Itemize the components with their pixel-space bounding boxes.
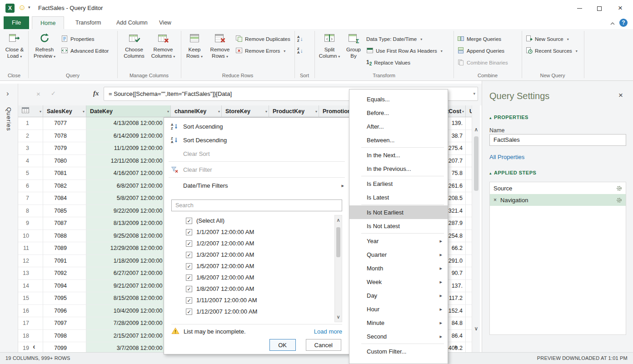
checkbox-icon[interactable]: ✓ bbox=[186, 274, 192, 281]
submenu-item[interactable]: Quarter▸ bbox=[349, 248, 448, 261]
submenu-item[interactable]: Is Not Latest bbox=[349, 219, 448, 233]
submenu-item[interactable]: In the Next... bbox=[349, 148, 448, 162]
row-number[interactable]: 1 bbox=[18, 117, 43, 130]
cell-datekey[interactable]: 4/13/2008 12:00:00 AM bbox=[86, 117, 171, 130]
keep-rows-button[interactable]: Keep Rows▾ bbox=[183, 32, 206, 60]
submenu-item[interactable]: Hour▸ bbox=[349, 302, 448, 316]
row-number[interactable]: 3 bbox=[18, 142, 43, 155]
split-column-button[interactable]: Split Column▾ bbox=[317, 32, 342, 60]
column-header-channelkey[interactable]: channelKey▾ bbox=[171, 105, 222, 117]
use-first-row-as-headers-button[interactable]: Use First Row As Headers▾ bbox=[366, 45, 443, 56]
queries-pane-label[interactable]: Queries bbox=[5, 107, 12, 131]
tab-home[interactable]: Home bbox=[32, 16, 64, 29]
all-properties-link[interactable]: All Properties bbox=[489, 154, 524, 160]
submenu-item[interactable]: Equals... bbox=[349, 92, 448, 106]
row-number[interactable]: 19 bbox=[18, 342, 43, 352]
ribbon-collapse-icon[interactable] bbox=[610, 20, 615, 26]
menu-item-datetime-filters[interactable]: Date/Time Filters ▸ bbox=[164, 179, 349, 192]
filter-list-scrollbar[interactable]: ∧ ∨ bbox=[334, 215, 342, 322]
row-number[interactable]: 2 bbox=[18, 130, 43, 143]
submenu-item[interactable]: Between... bbox=[349, 133, 448, 147]
cell-saleskey[interactable]: 7091 bbox=[43, 255, 86, 268]
tab-add-column[interactable]: Add Column bbox=[108, 16, 156, 29]
maximize-button[interactable] bbox=[589, 0, 609, 16]
column-header-productkey[interactable]: ProductKey▾ bbox=[269, 105, 319, 117]
checkbox-icon[interactable]: ✓ bbox=[186, 229, 192, 235]
filter-value-item[interactable]: ✓ 1/6/2007 12:00:00 AM bbox=[171, 272, 334, 283]
scrollbar-thumb[interactable] bbox=[474, 136, 478, 191]
new-source-button[interactable]: New Source▾ bbox=[525, 34, 569, 45]
gear-icon[interactable] bbox=[616, 197, 622, 203]
checkbox-icon[interactable]: ✓ bbox=[186, 218, 192, 224]
row-number[interactable]: 13 bbox=[18, 267, 43, 280]
submenu-item[interactable]: In the Previous... bbox=[349, 162, 448, 175]
formula-expand-icon[interactable]: ▾ bbox=[473, 91, 475, 96]
row-number[interactable]: 18 bbox=[18, 330, 43, 343]
menu-item-sort-descending[interactable]: ZA Sort Descending bbox=[164, 133, 349, 147]
cell-saleskey[interactable]: 7079 bbox=[43, 142, 86, 155]
cell-saleskey[interactable]: 7087 bbox=[43, 217, 86, 230]
filter-value-item[interactable]: ✓ 1/1/2007 12:00:00 AM bbox=[171, 226, 334, 238]
row-number[interactable]: 12 bbox=[18, 255, 43, 268]
cell-saleskey[interactable]: 7099 bbox=[43, 342, 86, 352]
column-header-storekey[interactable]: StoreKey▾ bbox=[222, 105, 269, 117]
scrollbar-thumb[interactable] bbox=[336, 227, 340, 257]
remove-duplicates-button[interactable]: Remove Duplicates bbox=[235, 34, 290, 45]
queries-expand-icon[interactable]: › bbox=[6, 89, 9, 98]
menu-item-clear-filter[interactable]: Clear Filter bbox=[164, 163, 349, 176]
filter-value-item[interactable]: ✓ 1/8/2007 12:00:00 AM bbox=[171, 283, 334, 294]
help-icon[interactable]: ? bbox=[619, 19, 628, 27]
tab-view[interactable]: View bbox=[151, 16, 179, 29]
row-number[interactable]: 11 bbox=[18, 242, 43, 255]
cell-datekey[interactable]: 11/1/2009 12:00:00 AM bbox=[86, 142, 171, 155]
checkbox-icon[interactable]: ✓ bbox=[186, 240, 192, 247]
row-number[interactable]: 6 bbox=[18, 180, 43, 193]
checkbox-icon[interactable]: ✓ bbox=[186, 286, 192, 292]
remove-errors-button[interactable]: Remove Errors▾ bbox=[235, 45, 285, 56]
row-number[interactable]: 16 bbox=[18, 305, 43, 318]
cell-saleskey[interactable]: 7077 bbox=[43, 117, 86, 130]
ok-button[interactable]: OK bbox=[269, 339, 296, 351]
submenu-item[interactable]: Second▸ bbox=[349, 329, 448, 343]
cell-saleskey[interactable]: 7092 bbox=[43, 267, 86, 280]
cell-saleskey[interactable]: 7082 bbox=[43, 180, 86, 193]
cell-datekey[interactable]: 12/11/2008 12:00:00 AM bbox=[86, 155, 171, 168]
cell-saleskey[interactable]: 7094 bbox=[43, 280, 86, 293]
grid-corner-cell[interactable]: ▾ bbox=[18, 105, 43, 117]
cell-datekey[interactable]: 8/13/2009 12:00:00 AM bbox=[86, 217, 171, 230]
cell-datekey[interactable]: 9/25/2008 12:00:00 AM bbox=[86, 230, 171, 243]
filter-value-item[interactable]: ✓ 1/5/2007 12:00:00 AM bbox=[171, 260, 334, 272]
scroll-left-icon[interactable]: ‹ bbox=[33, 342, 35, 351]
remove-columns-button[interactable]: Remove Columns▾ bbox=[149, 32, 177, 60]
submenu-item[interactable]: Year▸ bbox=[349, 234, 448, 248]
search-input[interactable] bbox=[171, 199, 342, 211]
cell-datekey[interactable]: 12/29/2008 12:00:00 AM bbox=[86, 242, 171, 255]
menu-item-clear-sort[interactable]: Clear Sort bbox=[164, 147, 349, 160]
applied-step-source[interactable]: Source bbox=[490, 182, 626, 194]
row-number[interactable]: 10 bbox=[18, 230, 43, 243]
filter-value-item[interactable]: ✓ 1/11/2007 12:00:00 AM bbox=[171, 294, 334, 306]
smiley-icon[interactable]: ☺ bbox=[18, 3, 26, 12]
filter-value-item[interactable]: ✓ (Select All) bbox=[171, 215, 334, 226]
submenu-item[interactable]: Is Earliest bbox=[349, 177, 448, 190]
cell-datekey[interactable]: 3/7/2008 12:00:00 AM bbox=[86, 342, 171, 352]
cell-datekey[interactable]: 6/14/2009 12:00:00 AM bbox=[86, 130, 171, 143]
row-number[interactable]: 17 bbox=[18, 317, 43, 330]
load-more-link[interactable]: Load more bbox=[314, 328, 342, 335]
merge-queries-button[interactable]: Merge Queries bbox=[457, 34, 501, 45]
delete-step-icon[interactable]: × bbox=[493, 197, 497, 203]
row-number[interactable]: 7 bbox=[18, 192, 43, 205]
cell-saleskey[interactable]: 7095 bbox=[43, 292, 86, 305]
column-header-datekey[interactable]: DateKey▾ bbox=[86, 105, 171, 117]
recent-sources-button[interactable]: Recent Sources▾ bbox=[525, 45, 578, 56]
properties-section-header[interactable]: ▴PROPERTIES bbox=[489, 115, 528, 120]
refresh-preview-button[interactable]: Refresh Preview▾ bbox=[31, 32, 58, 60]
applied-steps-section-header[interactable]: ▴APPLIED STEPS bbox=[489, 170, 536, 175]
choose-columns-button[interactable]: Choose Columns bbox=[120, 32, 148, 59]
submenu-item[interactable]: After... bbox=[349, 120, 448, 133]
row-number[interactable]: 4 bbox=[18, 155, 43, 168]
cell-saleskey[interactable]: 7096 bbox=[43, 305, 86, 318]
filter-arrow-icon[interactable]: ▾ bbox=[83, 109, 85, 113]
cell-datekey[interactable]: 2/15/2007 12:00:00 AM bbox=[86, 330, 171, 343]
row-number[interactable]: 5 bbox=[18, 167, 43, 180]
